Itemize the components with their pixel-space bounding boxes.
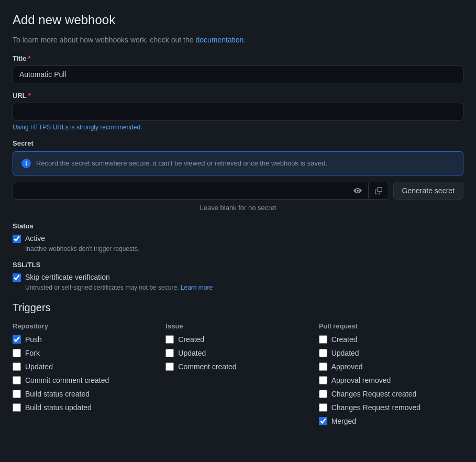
secret-input[interactable] bbox=[13, 182, 347, 199]
status-group: Status Active Inactive webhooks don't tr… bbox=[13, 222, 463, 252]
trigger-repo-updated-checkbox[interactable] bbox=[13, 362, 21, 371]
url-label: URL * bbox=[13, 92, 463, 100]
trigger-pr-changes-request-created-checkbox[interactable] bbox=[319, 390, 327, 398]
active-sublabel: Inactive webhooks don't trigger requests… bbox=[25, 245, 463, 252]
ssl-checkbox-row: Skip certificate verification bbox=[13, 273, 463, 282]
list-item: Commit comment created bbox=[13, 376, 157, 384]
triggers-heading: Triggers bbox=[13, 302, 463, 314]
trigger-pr-merged-checkbox[interactable] bbox=[319, 417, 327, 425]
list-item: Updated bbox=[13, 362, 157, 371]
list-item: Build status created bbox=[13, 390, 157, 398]
info-icon: i bbox=[21, 159, 31, 168]
secret-label: Secret bbox=[13, 139, 463, 147]
pull-request-column: Pull request Created Updated Approved Ap… bbox=[319, 322, 463, 431]
trigger-pr-approved-label[interactable]: Approved bbox=[331, 362, 363, 371]
list-item: Approved bbox=[319, 362, 463, 371]
trigger-build-status-created-checkbox[interactable] bbox=[13, 390, 21, 398]
secret-info-text: Record the secret somewhere secure, it c… bbox=[36, 158, 327, 169]
intro-text: To learn more about how webhooks work, c… bbox=[13, 36, 463, 44]
list-item: Changes Request removed bbox=[319, 403, 463, 412]
generate-secret-button[interactable]: Generate secret bbox=[393, 182, 463, 200]
trigger-pr-approval-removed-checkbox[interactable] bbox=[319, 376, 327, 384]
ssl-learn-more-link[interactable]: Learn more bbox=[181, 284, 213, 291]
trigger-issue-created-checkbox[interactable] bbox=[165, 335, 174, 344]
repository-column-header: Repository bbox=[13, 322, 157, 330]
toggle-secret-visibility-button[interactable] bbox=[347, 182, 368, 199]
trigger-pr-merged-label[interactable]: Merged bbox=[331, 417, 356, 425]
trigger-issue-comment-created-checkbox[interactable] bbox=[165, 362, 174, 371]
trigger-pr-changes-request-removed-checkbox[interactable] bbox=[319, 403, 327, 412]
trigger-fork-checkbox[interactable] bbox=[13, 349, 21, 357]
list-item: Updated bbox=[165, 349, 310, 357]
active-checkbox-row: Active bbox=[13, 234, 463, 243]
title-label: Title * bbox=[13, 54, 463, 62]
active-label[interactable]: Active bbox=[25, 234, 45, 243]
list-item: Merged bbox=[319, 417, 463, 425]
title-input[interactable] bbox=[13, 65, 463, 83]
trigger-pr-updated-label[interactable]: Updated bbox=[331, 349, 359, 357]
trigger-build-status-created-label[interactable]: Build status created bbox=[25, 390, 90, 398]
copy-secret-button[interactable] bbox=[368, 183, 389, 199]
active-checkbox[interactable] bbox=[13, 235, 21, 243]
list-item: Comment created bbox=[165, 362, 310, 371]
copy-icon bbox=[375, 187, 382, 194]
list-item: Changes Request created bbox=[319, 390, 463, 398]
trigger-push-label[interactable]: Push bbox=[25, 335, 42, 344]
ssl-section: SSL/TLS Skip certificate verification Un… bbox=[13, 261, 463, 291]
trigger-pr-changes-request-removed-label[interactable]: Changes Request removed bbox=[331, 403, 420, 412]
trigger-fork-label[interactable]: Fork bbox=[25, 349, 40, 357]
ssl-sublabel: Untrusted or self-signed certificates ma… bbox=[25, 284, 463, 291]
trigger-commit-comment-checkbox[interactable] bbox=[13, 376, 21, 384]
trigger-push-checkbox[interactable] bbox=[13, 335, 21, 344]
page-title: Add new webhook bbox=[13, 13, 463, 27]
list-item: Created bbox=[165, 335, 310, 344]
secret-info-box: i Record the secret somewhere secure, it… bbox=[13, 151, 463, 175]
status-label: Status bbox=[13, 222, 463, 230]
trigger-build-status-updated-checkbox[interactable] bbox=[13, 403, 21, 412]
trigger-pr-approved-checkbox[interactable] bbox=[319, 362, 327, 371]
eye-icon bbox=[353, 186, 362, 195]
repository-column: Repository Push Fork Updated Commit comm… bbox=[13, 322, 157, 431]
https-hint: Using HTTPS URLs is strongly recommended… bbox=[13, 124, 463, 131]
list-item: Push bbox=[13, 335, 157, 344]
triggers-grid: Repository Push Fork Updated Commit comm… bbox=[13, 322, 463, 431]
title-field-group: Title * bbox=[13, 54, 463, 83]
secret-field-group: Secret i Record the secret somewhere sec… bbox=[13, 139, 463, 212]
trigger-issue-updated-checkbox[interactable] bbox=[165, 349, 174, 357]
trigger-pr-updated-checkbox[interactable] bbox=[319, 349, 327, 357]
list-item: Approval removed bbox=[319, 376, 463, 384]
trigger-pr-created-checkbox[interactable] bbox=[319, 335, 327, 344]
trigger-issue-updated-label[interactable]: Updated bbox=[178, 349, 206, 357]
trigger-issue-created-label[interactable]: Created bbox=[178, 335, 204, 344]
url-field-group: URL * Using HTTPS URLs is strongly recom… bbox=[13, 92, 463, 131]
trigger-repo-updated-label[interactable]: Updated bbox=[25, 362, 53, 371]
secret-input-row: Generate secret bbox=[13, 182, 463, 200]
pull-request-column-header: Pull request bbox=[319, 322, 463, 330]
ssl-checkbox[interactable] bbox=[13, 273, 21, 282]
ssl-label: SSL/TLS bbox=[13, 261, 463, 269]
list-item: Updated bbox=[319, 349, 463, 357]
trigger-pr-approval-removed-label[interactable]: Approval removed bbox=[331, 376, 391, 384]
issue-column: Issue Created Updated Comment created bbox=[165, 322, 310, 431]
leave-blank-hint: Leave blank for no secret bbox=[13, 204, 463, 212]
trigger-commit-comment-label[interactable]: Commit comment created bbox=[25, 376, 109, 384]
trigger-pr-changes-request-created-label[interactable]: Changes Request created bbox=[331, 390, 417, 398]
ssl-checkbox-label[interactable]: Skip certificate verification bbox=[25, 273, 110, 281]
trigger-build-status-updated-label[interactable]: Build status updated bbox=[25, 403, 92, 412]
documentation-link[interactable]: documentation bbox=[195, 36, 243, 44]
trigger-issue-comment-created-label[interactable]: Comment created bbox=[178, 362, 236, 371]
list-item: Created bbox=[319, 335, 463, 344]
trigger-pr-created-label[interactable]: Created bbox=[331, 335, 358, 344]
url-input[interactable] bbox=[13, 103, 463, 120]
triggers-section: Triggers Repository Push Fork Updated Co… bbox=[13, 302, 463, 431]
list-item: Build status updated bbox=[13, 403, 157, 412]
issue-column-header: Issue bbox=[165, 322, 310, 330]
list-item: Fork bbox=[13, 349, 157, 357]
